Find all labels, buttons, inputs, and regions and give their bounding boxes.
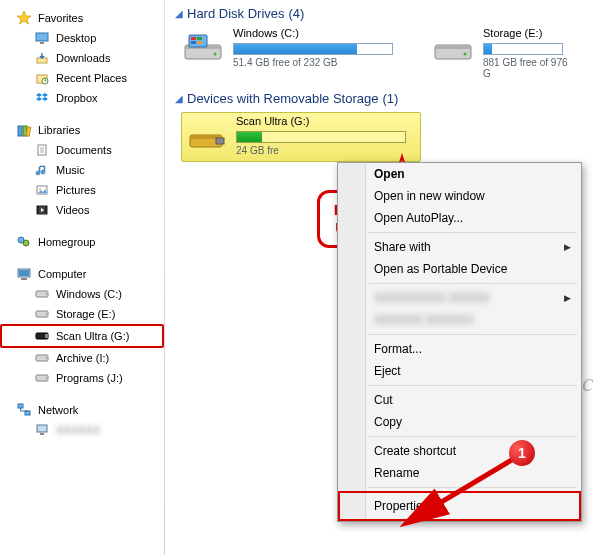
svg-point-18 xyxy=(39,188,41,190)
drive-icon xyxy=(34,370,50,386)
favorites-header[interactable]: Favorites xyxy=(0,8,164,28)
svg-rect-10 xyxy=(18,126,22,136)
svg-rect-26 xyxy=(19,270,29,276)
svg-rect-20 xyxy=(37,206,39,214)
svg-rect-21 xyxy=(45,206,47,214)
network-header[interactable]: Network xyxy=(0,400,164,420)
menu-cut[interactable]: Cut xyxy=(338,389,581,411)
menu-format[interactable]: Format... xyxy=(338,338,581,360)
drive-icon xyxy=(34,306,50,322)
sidebar-item-desktop[interactable]: Desktop xyxy=(0,28,164,48)
menu-eject[interactable]: Eject xyxy=(338,360,581,382)
menu-open[interactable]: Open xyxy=(338,163,581,185)
svg-rect-39 xyxy=(25,411,30,415)
svg-rect-40 xyxy=(37,425,47,432)
usb-drive-icon xyxy=(34,328,50,344)
hdd-icon xyxy=(181,27,225,71)
collapse-icon: ◢ xyxy=(175,93,183,104)
menu-share-with[interactable]: Share with▶ xyxy=(338,236,581,258)
recent-icon xyxy=(34,70,50,86)
homegroup-header[interactable]: Homegroup xyxy=(0,232,164,252)
star-icon xyxy=(16,10,32,26)
annotation-badge-1: 1 xyxy=(509,440,535,466)
hdd-icon xyxy=(431,27,475,71)
drive-icon xyxy=(34,286,50,302)
svg-rect-41 xyxy=(40,433,44,435)
section-hdd-title: Hard Disk Drives xyxy=(187,6,285,21)
svg-marker-9 xyxy=(42,97,48,101)
menu-hidden-2[interactable]: XXXXXX XXXXXX xyxy=(338,309,581,331)
favorites-label: Favorites xyxy=(38,12,83,24)
svg-point-29 xyxy=(45,293,47,295)
drive-g[interactable]: Scan Ultra (G:) 24 GB fre xyxy=(181,112,421,162)
svg-rect-33 xyxy=(45,334,48,338)
section-hdd-count: (4) xyxy=(289,6,305,21)
svg-rect-38 xyxy=(18,404,23,408)
svg-marker-6 xyxy=(36,93,42,97)
computer-header[interactable]: Computer xyxy=(0,264,164,284)
svg-marker-0 xyxy=(17,11,31,24)
usb-drive-icon xyxy=(184,115,228,159)
section-hdd[interactable]: ◢ Hard Disk Drives (4) xyxy=(173,4,593,27)
drive-g-label: Scan Ultra (G:) xyxy=(236,115,418,131)
navigation-pane: Favorites Desktop Downloads Recent Place… xyxy=(0,0,165,555)
sidebar-item-network-pc[interactable]: XXXXXX xyxy=(0,420,164,440)
drive-e-free: 881 GB free of 976 G xyxy=(483,55,571,79)
computer-icon xyxy=(16,266,32,282)
drive-e[interactable]: Storage (E:) 881 GB free of 976 G xyxy=(431,27,571,79)
document-icon xyxy=(34,142,50,158)
videos-icon xyxy=(34,202,50,218)
network-label: Network xyxy=(38,404,78,416)
svg-marker-8 xyxy=(36,97,42,101)
sidebar-item-e[interactable]: Storage (E:) xyxy=(0,304,164,324)
menu-open-portable[interactable]: Open as Portable Device xyxy=(338,258,581,280)
drive-e-bar xyxy=(483,43,563,55)
submenu-arrow-icon: ▶ xyxy=(564,242,571,252)
sidebar-item-pictures[interactable]: Pictures xyxy=(0,180,164,200)
network-icon xyxy=(16,402,32,418)
svg-rect-2 xyxy=(40,42,44,44)
drive-e-label: Storage (E:) xyxy=(483,27,571,43)
section-removable-count: (1) xyxy=(382,91,398,106)
svg-rect-27 xyxy=(21,278,27,280)
music-icon xyxy=(34,162,50,178)
svg-marker-7 xyxy=(42,93,48,97)
menu-copy[interactable]: Copy xyxy=(338,411,581,433)
svg-point-24 xyxy=(23,240,29,246)
menu-open-autoplay[interactable]: Open AutoPlay... xyxy=(338,207,581,229)
svg-point-35 xyxy=(45,357,47,359)
menu-open-new-window[interactable]: Open in new window xyxy=(338,185,581,207)
sidebar-item-downloads[interactable]: Downloads xyxy=(0,48,164,68)
drive-icon xyxy=(34,350,50,366)
sidebar-item-music[interactable]: Music xyxy=(0,160,164,180)
homegroup-icon xyxy=(16,234,32,250)
svg-point-31 xyxy=(45,313,47,315)
sidebar-item-videos[interactable]: Videos xyxy=(0,200,164,220)
svg-rect-46 xyxy=(191,37,196,40)
desktop-icon xyxy=(34,30,50,46)
svg-rect-47 xyxy=(197,37,202,40)
svg-point-44 xyxy=(214,53,217,56)
sidebar-item-documents[interactable]: Documents xyxy=(0,140,164,160)
sidebar-item-dropbox[interactable]: Dropbox xyxy=(0,88,164,108)
libraries-header[interactable]: Libraries xyxy=(0,120,164,140)
svg-line-57 xyxy=(408,458,515,522)
sidebar-item-recent[interactable]: Recent Places xyxy=(0,68,164,88)
pictures-icon xyxy=(34,182,50,198)
sidebar-item-g[interactable]: Scan Ultra (G:) xyxy=(0,324,164,348)
computer-label: Computer xyxy=(38,268,86,280)
sidebar-item-j[interactable]: Programs (J:) xyxy=(0,368,164,388)
section-removable-title: Devices with Removable Storage xyxy=(187,91,378,106)
drive-c[interactable]: Windows (C:) 51.4 GB free of 232 GB xyxy=(181,27,421,79)
menu-hidden-1[interactable]: XXXXXXXXX XXXXX▶ xyxy=(338,287,581,309)
libraries-icon xyxy=(16,122,32,138)
svg-rect-55 xyxy=(216,138,224,144)
sidebar-item-i[interactable]: Archive (I:) xyxy=(0,348,164,368)
section-removable[interactable]: ◢ Devices with Removable Storage (1) xyxy=(173,89,593,112)
dropbox-icon xyxy=(34,90,50,106)
homegroup-label: Homegroup xyxy=(38,236,95,248)
sidebar-item-c[interactable]: Windows (C:) xyxy=(0,284,164,304)
annotation-arrow xyxy=(390,450,560,540)
drive-g-bar xyxy=(236,131,406,143)
svg-point-37 xyxy=(45,377,47,379)
